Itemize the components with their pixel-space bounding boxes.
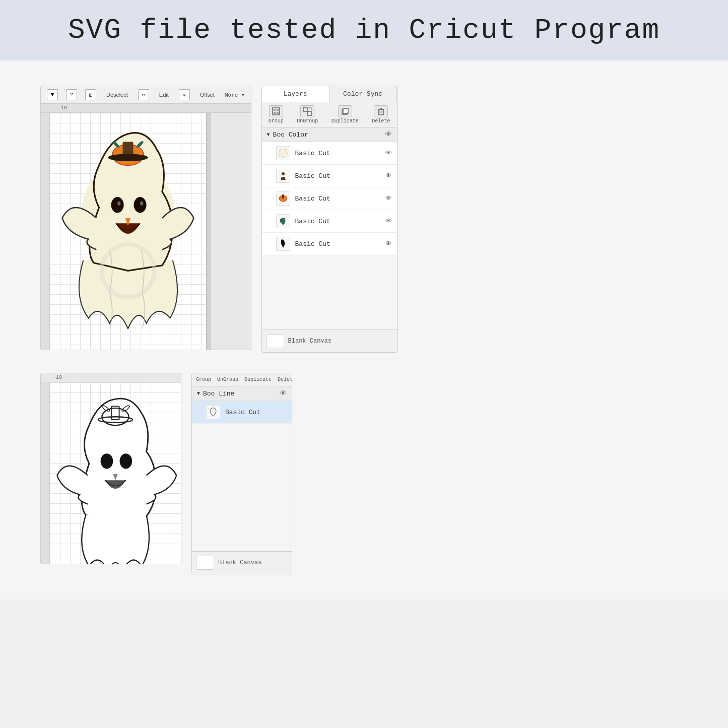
svg-point-7: [108, 154, 148, 161]
cricut-ruler-bottom: 10: [41, 373, 181, 382]
layer-thumb-4: [276, 214, 290, 228]
group-arrow-icon: ▼: [267, 132, 270, 138]
layer-thumb-2: [276, 169, 290, 183]
cricut-panel-line: 10: [40, 373, 181, 564]
cricut-main-area: [41, 113, 251, 350]
svg-point-28: [120, 453, 133, 469]
layer-group-boo-line[interactable]: ▼ Boo Line 👁: [192, 386, 292, 401]
delete-btn-small[interactable]: Delete: [276, 376, 292, 383]
layer-name-2: Basic Cut: [295, 172, 385, 180]
page-title: SVG file tested in Cricut Program: [20, 14, 708, 46]
svg-rect-10: [274, 109, 276, 111]
blank-canvas-box: [266, 334, 284, 348]
layer-name-line-1: Basic Cut: [225, 409, 287, 416]
group-eye-line-icon[interactable]: 👁: [280, 389, 287, 398]
layer-item-5[interactable]: Basic Cut 👁: [262, 233, 397, 255]
layer-eye-4[interactable]: 👁: [385, 218, 392, 225]
svg-rect-12: [274, 112, 276, 114]
layers-panel-color: Layers Color Sync Group UnGroup: [261, 86, 398, 353]
tab-layers[interactable]: Layers: [262, 86, 329, 102]
select-icon[interactable]: ▼: [47, 89, 58, 100]
svg-point-3: [117, 201, 120, 205]
svg-rect-16: [307, 107, 311, 111]
svg-point-24: [282, 172, 285, 175]
svg-rect-18: [343, 108, 348, 113]
layers-footer-color: Blank Canvas: [262, 329, 397, 352]
cricut-ruler: 10: [41, 104, 251, 113]
main-content: ▼ ? ⊞ Deselect ✂ Edit ✳ Offset More ▾ 10: [0, 60, 728, 600]
layers-tabs: Layers Color Sync: [262, 86, 397, 102]
group-button[interactable]: Group: [269, 105, 284, 124]
layer-eye-2[interactable]: 👁: [385, 172, 392, 180]
delete-button[interactable]: Delete: [372, 105, 390, 124]
canvas-grid-color[interactable]: [50, 113, 206, 350]
transform-icon[interactable]: ⊞: [85, 89, 96, 100]
layers-toolbar: Group UnGroup Duplicate: [262, 102, 397, 127]
ungroup-icon: [300, 105, 314, 117]
svg-point-1: [111, 197, 124, 213]
cricut-panel-color: ▼ ? ⊞ Deselect ✂ Edit ✳ Offset More ▾ 10: [40, 86, 251, 350]
canvas-grid-line[interactable]: [50, 382, 181, 564]
svg-rect-13: [277, 112, 279, 114]
group-btn-small[interactable]: Group: [194, 376, 213, 383]
layer-thumb-3: [276, 191, 290, 206]
layer-eye-3[interactable]: 👁: [385, 195, 392, 203]
blank-canvas-label: Blank Canvas: [288, 338, 332, 345]
svg-rect-19: [378, 110, 383, 115]
group-name-boo-line: Boo Line: [203, 390, 234, 398]
offset-icon[interactable]: ✳: [179, 89, 190, 100]
layer-item-3[interactable]: Basic Cut 👁: [262, 187, 397, 210]
svg-rect-11: [277, 109, 279, 111]
ghost-line-svg: [50, 382, 181, 564]
svg-rect-15: [307, 111, 311, 115]
svg-point-2: [134, 197, 146, 213]
layers-footer-line: Blank Canvas: [192, 551, 292, 574]
layer-item-line-1[interactable]: Basic Cut: [192, 401, 292, 424]
layer-thumb-5: [276, 237, 290, 251]
layer-eye-1[interactable]: 👁: [385, 150, 392, 157]
more-button[interactable]: More ▾: [225, 92, 245, 98]
ungroup-button[interactable]: UnGroup: [297, 105, 318, 124]
layer-item-4[interactable]: Basic Cut 👁: [262, 210, 397, 233]
cricut-main-area-line: [41, 382, 181, 564]
canvas-scrollbar-color[interactable]: [206, 113, 211, 350]
svg-point-4: [140, 201, 143, 205]
duplicate-btn-small[interactable]: Duplicate: [242, 376, 274, 383]
ghost-color-svg: [50, 113, 206, 350]
layer-item-2[interactable]: Basic Cut 👁: [262, 165, 397, 187]
group-icon: [269, 105, 283, 117]
layer-name-4: Basic Cut: [295, 218, 385, 225]
layers-toolbar-small: Group UnGroup Duplicate Delete: [192, 373, 292, 386]
offset-button[interactable]: Offset: [198, 91, 217, 99]
group-name-boo-color: Boo Color: [273, 131, 308, 139]
help-icon[interactable]: ?: [66, 89, 77, 100]
canvas-ruler-side-line: [41, 382, 50, 564]
deselect-button[interactable]: Deselect: [104, 91, 130, 99]
group-arrow-line-icon: ▼: [197, 391, 200, 396]
section-bottom: 10: [40, 373, 688, 574]
svg-point-27: [101, 453, 113, 469]
svg-rect-14: [303, 107, 307, 111]
edit-button[interactable]: Edit: [157, 91, 171, 99]
section-top: ▼ ? ⊞ Deselect ✂ Edit ✳ Offset More ▾ 10: [40, 86, 688, 353]
layer-thumb-line-1: [206, 405, 220, 419]
ungroup-btn-small[interactable]: UnGroup: [215, 376, 240, 383]
blank-canvas-box-line: [196, 556, 214, 570]
layer-eye-5[interactable]: 👁: [385, 240, 392, 248]
group-eye-icon[interactable]: 👁: [385, 130, 392, 139]
svg-rect-26: [282, 194, 284, 198]
layer-thumb-1: [276, 146, 290, 160]
cricut-toolbar: ▼ ? ⊞ Deselect ✂ Edit ✳ Offset More ▾: [41, 86, 251, 104]
layer-name-1: Basic Cut: [295, 150, 385, 157]
layer-group-boo-color[interactable]: ▼ Boo Color 👁: [262, 127, 397, 142]
duplicate-button[interactable]: Duplicate: [332, 105, 359, 124]
duplicate-icon: [338, 105, 352, 117]
blank-canvas-label-line: Blank Canvas: [218, 559, 261, 566]
layer-item-1[interactable]: Basic Cut 👁: [262, 142, 397, 165]
canvas-ruler-side: [41, 113, 50, 350]
delete-icon: [374, 105, 388, 117]
header-banner: SVG file tested in Cricut Program: [0, 0, 728, 60]
tab-color-sync[interactable]: Color Sync: [329, 86, 397, 102]
edit-icon[interactable]: ✂: [138, 89, 149, 100]
layer-name-5: Basic Cut: [295, 240, 385, 248]
